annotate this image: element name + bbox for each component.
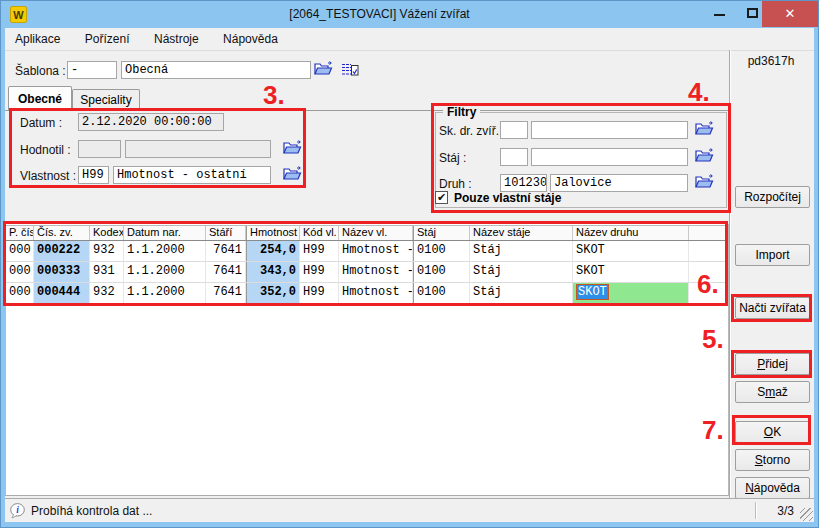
svg-text:i: i <box>16 505 19 515</box>
template-edit-button[interactable] <box>342 62 362 79</box>
hodnotil-label: Hodnotil : <box>20 143 71 157</box>
menu-nastroje[interactable]: Nástroje <box>144 28 209 50</box>
resize-grip[interactable] <box>800 508 813 521</box>
client-area: Aplikace Pořízení Nástroje Nápověda Šabl… <box>5 28 814 522</box>
col-header-empty <box>689 226 728 240</box>
titlebar[interactable]: W [2064_TESTOVACI] Vážení zvířat ✕ <box>1 1 818 28</box>
selected-cell-text: SKOT <box>576 284 609 300</box>
cell-hmotnost: 352,0 <box>246 283 300 303</box>
nacti-zvirata-button[interactable]: Načti zvířata <box>735 297 810 319</box>
col-header-hmotnost: Hmotnost <box>246 226 300 240</box>
own-stables-checkbox[interactable]: ✔ <box>435 191 448 204</box>
hodnotil-code-field[interactable] <box>78 140 121 158</box>
cell-cis-zv: 000444 <box>34 283 90 303</box>
import-button[interactable]: Import <box>735 244 810 266</box>
button-label: řidej <box>765 357 788 371</box>
template-list-icon <box>342 62 359 77</box>
cell-kod-vl: H99 <box>300 241 339 261</box>
grid-cell-editing[interactable]: SKOT <box>573 283 689 303</box>
table-row[interactable]: 000 000222 932 1.1.2000 7641 254,0 H99 H… <box>6 241 728 262</box>
status-divider <box>755 502 757 519</box>
cell-kod-vl: H99 <box>300 283 339 303</box>
druh-label: Druh : <box>439 177 472 191</box>
open-folder-icon <box>283 166 302 182</box>
cell-cis-zv: 000222 <box>34 241 90 261</box>
col-header-nazev-druhu: Název druhu <box>573 226 689 240</box>
session-code: pd3617h <box>731 54 811 68</box>
menu-aplikace[interactable]: Aplikace <box>5 28 70 50</box>
minimize-icon <box>714 14 725 16</box>
app-logo-icon: W <box>10 6 27 23</box>
col-header-kod-vl: Kód vl. <box>300 226 339 240</box>
button-label: ápověda <box>754 481 800 495</box>
vlastnost-lookup-button[interactable] <box>283 166 303 183</box>
col-header-cis-zv: Čís. zv. <box>34 226 90 240</box>
druh-lookup-button[interactable] <box>695 174 715 191</box>
open-folder-icon <box>695 148 714 164</box>
vlastnost-label: Vlastnost : <box>20 169 76 183</box>
template-name-field[interactable]: Obecná <box>121 61 311 79</box>
hodnotil-lookup-button[interactable] <box>283 140 303 157</box>
skdr-label: Sk. dr. zvíř. : <box>439 124 506 138</box>
open-template-button[interactable] <box>314 61 334 78</box>
menu-napoveda[interactable]: Nápověda <box>213 28 288 50</box>
napoveda-button[interactable]: Nápověda <box>735 477 810 499</box>
status-bar: i Probíhá kontrola dat ... 3/3 <box>5 498 814 522</box>
staj-label: Stáj : <box>439 151 466 165</box>
cell-staj: 0100 <box>413 283 470 303</box>
ok-button[interactable]: OK <box>735 421 810 443</box>
cell-staj: 0100 <box>413 241 470 261</box>
cell-nazev-vl: Hmotnost - <box>339 283 413 303</box>
template-code-field[interactable]: - <box>67 61 117 79</box>
record-indicator: 3/3 <box>777 504 794 518</box>
minimize-button[interactable] <box>704 1 734 27</box>
vlastnost-code-field[interactable]: H99 <box>78 166 109 184</box>
pridej-button[interactable]: Přidej <box>735 353 810 375</box>
button-accel: P <box>757 357 765 371</box>
cell-nazev-staje: Stáj <box>470 283 573 303</box>
skdr-code-field[interactable] <box>500 121 528 139</box>
annotation-number-6: 6. <box>697 269 719 300</box>
cell-p-cisl: 000 <box>6 283 34 303</box>
datum-label: Datum : <box>20 116 62 130</box>
cell-datum-nar: 1.1.2000 <box>124 262 206 282</box>
staj-code-field[interactable] <box>500 148 528 166</box>
panel-separator <box>729 50 731 498</box>
cell-nazev-staje: Stáj <box>470 262 573 282</box>
skdr-lookup-button[interactable] <box>695 121 715 138</box>
cell-empty <box>689 241 728 261</box>
annotation-number-5: 5. <box>702 324 724 355</box>
tab-page-border <box>5 110 729 111</box>
table-row[interactable]: 000 000333 931 1.1.2000 7641 343,0 H99 H… <box>6 262 728 283</box>
rozpocitej-button[interactable]: Rozpočítej <box>735 186 810 208</box>
druh-code-field[interactable]: 101230 <box>500 174 547 192</box>
button-label: torno <box>763 453 790 467</box>
vlastnost-name-field[interactable]: Hmotnost - ostatní <box>113 166 271 184</box>
close-button[interactable]: ✕ <box>762 1 818 27</box>
animals-grid: P. čísl. Čís. zv. Kodex Datum nar. Stáří… <box>6 225 728 304</box>
hodnotil-name-field[interactable] <box>125 140 271 158</box>
skdr-name-field[interactable] <box>531 121 688 139</box>
checkmark-icon: ✔ <box>437 191 446 203</box>
info-icon: i <box>10 503 26 523</box>
col-header-kodex: Kodex <box>90 226 124 240</box>
status-message: Probíhá kontrola dat ... <box>31 504 152 518</box>
button-label: Import <box>755 248 789 262</box>
storno-button[interactable]: Storno <box>735 449 810 471</box>
tab-obecne[interactable]: Obecné <box>8 86 72 111</box>
app-logo-letter: W <box>13 9 23 21</box>
druh-name-field[interactable]: Jalovice <box>550 174 688 192</box>
filters-group-title: Filtry <box>443 105 480 119</box>
cell-stari: 7641 <box>206 262 246 282</box>
tab-speciality[interactable]: Speciality <box>72 89 140 111</box>
button-accel: m <box>765 385 775 399</box>
staj-name-field[interactable] <box>531 148 688 166</box>
menu-porizeni[interactable]: Pořízení <box>75 28 140 50</box>
datum-field[interactable]: 2.12.2020 00:00:00 <box>78 113 224 131</box>
staj-lookup-button[interactable] <box>695 148 715 165</box>
cell-nazev-vl: Hmotnost - <box>339 241 413 261</box>
tab-speciality-label: Speciality <box>80 93 131 107</box>
table-row[interactable]: 000 000444 932 1.1.2000 7641 352,0 H99 H… <box>6 283 728 304</box>
smaz-button[interactable]: Smaž <box>735 381 810 403</box>
open-folder-icon <box>314 61 333 77</box>
